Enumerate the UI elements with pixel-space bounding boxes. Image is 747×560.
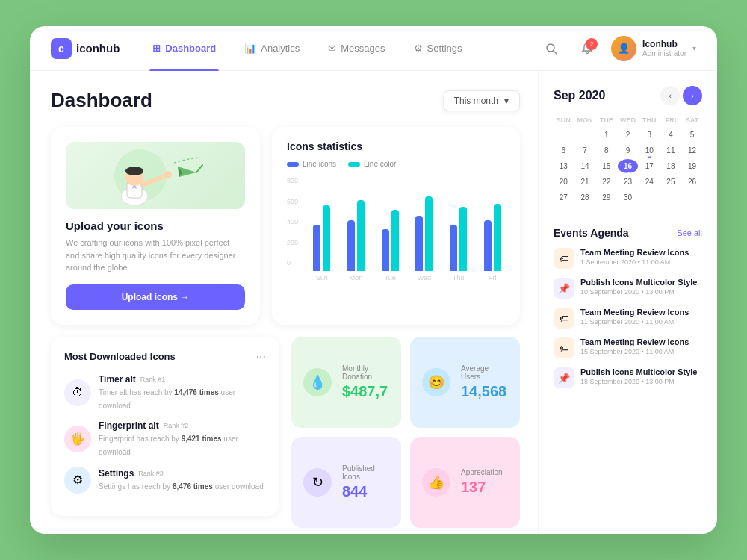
event-item-3: 🏷 Team Meeting Review Icons 11 September… (554, 308, 702, 329)
cal-day-9[interactable]: 9 (618, 143, 638, 158)
event-details-5: Publish Icons Multicolor Style 18 Septem… (580, 367, 702, 385)
nav-item-analytics[interactable]: 📊 Analytics (241, 26, 303, 71)
messages-nav-icon: ✉ (328, 43, 336, 54)
cal-day-24[interactable]: 24 (639, 175, 660, 189)
header: c iconhub ⊞ Dashboard 📊 Analytics ✉ Mess… (30, 26, 717, 71)
legend-line-color: Line color (348, 160, 396, 168)
event-item-1: 🏷 Team Meeting Review Icons 1 September … (554, 248, 702, 269)
legend-dot-cyan (348, 162, 360, 167)
most-downloaded-header: Most Downloaded Icons ··· (64, 350, 266, 364)
calendar-section: Sep 2020 ‹ › SUN MON TUE WED THU FRI SAT (554, 86, 702, 212)
calendar-next-button[interactable]: › (683, 86, 702, 105)
cal-label-wed: WED (618, 114, 638, 126)
cal-day-22[interactable]: 22 (596, 175, 616, 189)
see-all-link[interactable]: See all (677, 228, 702, 237)
cal-day-8[interactable]: 8 (596, 143, 616, 158)
cal-day-30[interactable]: 30 (618, 190, 638, 205)
cal-day-empty-3 (639, 190, 660, 205)
cal-day-3[interactable]: 3 (639, 128, 660, 142)
icon-thumb-timer: ⏱ (64, 379, 91, 406)
calendar-prev-button[interactable]: ‹ (660, 86, 680, 105)
bar-fri-blue (484, 220, 492, 271)
cal-day-21[interactable]: 21 (575, 175, 595, 189)
stat-card-published: ↻ Published Icons 844 (291, 437, 401, 528)
event-icon-5: 📌 (554, 367, 574, 388)
bar-sun-blue (313, 225, 320, 271)
svg-line-12 (196, 165, 202, 172)
cal-day-16[interactable]: 16 (618, 159, 638, 173)
event-details-4: Team Meeting Review Icons 15 September 2… (580, 337, 702, 355)
chart-bars: Sun Mon (309, 192, 505, 281)
cal-day-17[interactable]: 17 (639, 159, 660, 173)
donation-info: Monthly Donation $487,7 (342, 364, 389, 400)
cal-day-20[interactable]: 20 (554, 175, 574, 189)
icon-item-settings: ⚙ Settings Rank #3 Settings has reach by… (64, 467, 266, 494)
cal-day-12[interactable]: 12 (682, 143, 702, 158)
nav-item-settings[interactable]: ⚙ Settings (411, 26, 465, 71)
stat-card-donation: 💧 Monthly Donation $487,7 (291, 337, 401, 428)
bar-tue-blue (382, 229, 389, 271)
bar-group-tue: Tue (377, 189, 403, 281)
cal-day-19[interactable]: 19 (682, 159, 702, 173)
logo-icon: c (51, 38, 72, 59)
month-selector[interactable]: This month ▾ (443, 90, 520, 111)
cal-day-28[interactable]: 28 (575, 190, 595, 205)
event-item-4: 🏷 Team Meeting Review Icons 15 September… (554, 337, 702, 358)
bar-sun-cyan (323, 205, 330, 271)
cal-day-18[interactable]: 18 (661, 159, 681, 173)
event-icon-4: 🏷 (554, 337, 574, 358)
dashboard-header: Dashboard This month ▾ (51, 89, 520, 112)
right-panel: Sep 2020 ‹ › SUN MON TUE WED THU FRI SAT (538, 71, 717, 534)
cal-day-empty-2 (575, 128, 595, 142)
nav-item-messages[interactable]: ✉ Messages (325, 26, 388, 71)
cal-day-empty-5 (682, 190, 702, 205)
bar-wed-blue (415, 216, 423, 271)
cal-day-7[interactable]: 7 (575, 143, 595, 158)
cal-day-5[interactable]: 5 (682, 128, 702, 142)
user-profile[interactable]: 👤 Iconhub Administrator ▾ (611, 36, 696, 61)
nav-item-dashboard[interactable]: ⊞ Dashboard (149, 26, 219, 71)
upload-card-title: Upload your icons (66, 220, 164, 232)
cal-day-10[interactable]: 10 (639, 143, 660, 158)
svg-point-9 (164, 171, 172, 178)
icon-info-settings: Settings Rank #3 Settings has reach by 8… (99, 468, 266, 492)
notification-badge: 2 (586, 38, 598, 50)
cal-day-23[interactable]: 23 (618, 175, 638, 189)
search-button[interactable] (539, 37, 563, 60)
cal-day-26[interactable]: 26 (682, 175, 702, 189)
calendar-nav: ‹ › (660, 86, 702, 105)
chart-y-labels: 800 600 400 200 0 (287, 177, 298, 267)
donation-icon: 💧 (303, 368, 332, 396)
cal-day-1[interactable]: 1 (596, 128, 616, 142)
more-options-button[interactable]: ··· (256, 350, 266, 364)
chart-legend: Line icons Line color (287, 160, 505, 168)
cal-day-2[interactable]: 2 (618, 128, 638, 142)
icon-thumb-fingerprint: 🖐 (64, 426, 91, 452)
bar-group-wed: Wed (412, 189, 437, 281)
stat-cards-grid: 💧 Monthly Donation $487,7 😊 Average User… (291, 337, 520, 528)
main-content: Dashboard This month ▾ (30, 71, 717, 534)
cal-day-11[interactable]: 11 (661, 143, 681, 158)
user-role: Administrator (642, 49, 686, 57)
icon-info-timer: Timer alt Rank #1 Timer alt has reach by… (99, 374, 266, 411)
calendar-header: Sep 2020 ‹ › (554, 86, 702, 105)
notification-button[interactable]: 2 (575, 37, 599, 60)
cal-day-25[interactable]: 25 (661, 175, 681, 189)
cal-label-fri: FRI (661, 114, 681, 126)
cal-day-14[interactable]: 14 (575, 159, 595, 173)
cal-day-15[interactable]: 15 (596, 159, 616, 173)
chevron-down-icon: ▾ (504, 96, 509, 106)
settings-nav-icon: ⚙ (414, 43, 423, 54)
appreciation-icon: 👍 (422, 468, 450, 497)
icon-item-fingerprint: 🖐 Fingerprint alt Rank #2 Fingerprint ha… (64, 420, 266, 458)
cal-day-13[interactable]: 13 (554, 159, 574, 173)
cal-day-4[interactable]: 4 (661, 128, 681, 142)
icon-info-fingerprint: Fingerprint alt Rank #2 Fingerprint has … (99, 420, 266, 458)
user-name: Iconhub (642, 39, 686, 49)
cal-day-27[interactable]: 27 (554, 190, 574, 205)
legend-line-icons: Line icons (287, 160, 336, 168)
most-downloaded-title: Most Downloaded Icons (64, 351, 176, 362)
upload-icons-button[interactable]: Upload icons → (66, 284, 245, 310)
cal-day-29[interactable]: 29 (596, 190, 616, 205)
cal-day-6[interactable]: 6 (554, 143, 574, 158)
